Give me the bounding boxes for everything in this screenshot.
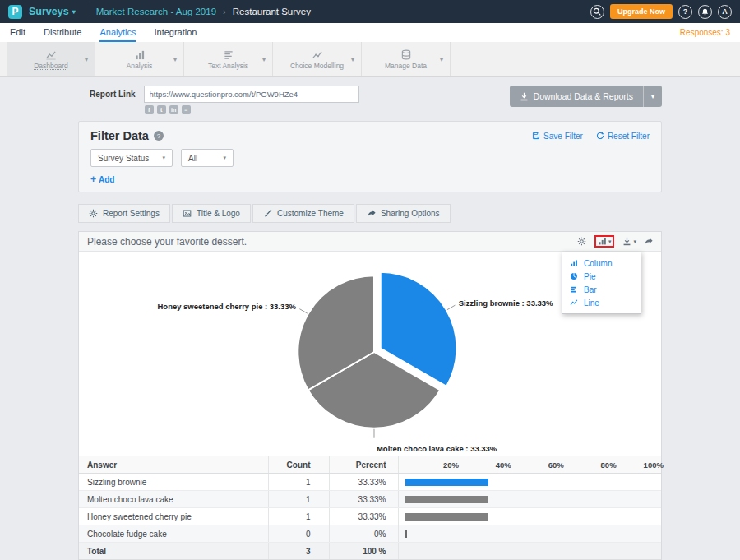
chevron-down-icon[interactable]: ▾ [351,56,354,63]
menu-item-line[interactable]: Line [562,296,641,309]
report-config-tabs: Report Settings Title & Logo Customize T… [78,204,662,223]
chart-type-button[interactable]: ▾ [594,235,615,248]
chevron-down-icon[interactable]: ▾ [262,56,266,63]
breadcrumb-folder-link[interactable]: Market Research - Aug 2019 [96,7,216,16]
pie-label-line [299,309,307,313]
report-link-group: f t in ≡ [144,86,359,114]
notifications-button[interactable] [698,5,712,19]
product-label: Surveys [29,6,69,17]
bar-cell [398,491,661,508]
tab-sharing-options[interactable]: Sharing Options [356,204,451,223]
search-button[interactable] [590,5,604,19]
tab-analysis[interactable]: Analysis ▾ [95,42,184,76]
menu-item-bar[interactable]: Bar [562,283,641,296]
reset-filter-link[interactable]: Reset Filter [596,132,650,141]
brush-icon [263,209,272,218]
menu-item-column[interactable]: Column [562,257,641,270]
download-chart-button[interactable]: ▾ [622,237,636,246]
gear-icon [89,209,98,218]
scale-label: 20% [443,460,459,470]
share-icons-row: f t in ≡ [144,105,359,114]
download-main[interactable]: Download Data & Reports [510,86,643,107]
tab-manage-data[interactable]: Manage Data ▾ [362,42,451,76]
chart-actions: ▾ ▾ [577,235,653,248]
chevron-down-icon[interactable]: ▾ [440,56,443,63]
tab-label: Dashboard [34,62,68,70]
menu-item-label: Column [584,259,612,268]
share-chart-button[interactable] [644,237,653,246]
linkedin-icon[interactable]: in [169,105,178,114]
plus-icon: + [90,174,96,185]
settings-gear-icon [577,237,586,246]
percent-cell: 33.33% [329,491,398,508]
tab-title-logo[interactable]: Title & Logo [172,204,251,223]
surveys-product-menu[interactable]: Surveys ▾ [29,6,76,17]
navbar-right: Upgrade Now ? A [590,4,732,19]
dashboard-chart-icon [45,49,57,60]
percent-cell: 0% [329,525,398,543]
menu-distribute[interactable]: Distribute [44,23,81,42]
table-row: Honey sweetened cherry pie133.33% [79,508,661,525]
help-button[interactable]: ? [678,5,692,19]
count-cell: 1 [268,508,329,525]
menu-analytics[interactable]: Analytics [99,23,136,42]
tab-report-settings[interactable]: Report Settings [78,204,170,223]
tab-dashboard[interactable]: Dashboard ▾ [7,42,95,76]
twitter-icon[interactable]: t [157,105,166,114]
save-filter-link[interactable]: Save Filter [532,132,583,141]
count-cell: 1 [268,474,329,491]
chevron-down-icon[interactable]: ▾ [85,56,88,63]
chart-type-icon [598,237,607,246]
tab-text-analysis[interactable]: Text Analysis ▾ [184,42,273,76]
pie-chart-area: Sizzling brownie : 33.33%Molten choco la… [79,252,661,456]
tab-customize-theme[interactable]: Customize Theme [252,204,354,223]
logo-letter: P [12,6,18,17]
filter-help-icon[interactable]: ? [154,131,164,141]
scale-label: 80% [601,460,617,470]
count-cell: 1 [268,491,329,508]
tab-label: Customize Theme [277,209,344,218]
status-value-select[interactable]: All ▾ [181,149,234,167]
scale-label: 40% [496,460,511,470]
download-options-caret[interactable]: ▾ [643,86,662,107]
header-count: Count [268,456,329,474]
chart-settings-button[interactable] [577,237,586,246]
chart-type-menu: Column Pie Bar Line [562,252,641,314]
total-label-cell: Total [79,543,268,560]
total-row: Total 3 100 % [79,543,661,560]
menu-edit[interactable]: Edit [10,23,25,42]
embed-list-icon[interactable]: ≡ [182,105,191,114]
result-bar [405,496,488,503]
divider [86,5,86,18]
database-icon [400,49,412,60]
choice-modelling-icon [312,49,323,60]
tab-choice-modelling[interactable]: Choice Modelling ▾ [273,42,362,76]
menu-item-pie[interactable]: Pie [562,270,641,283]
bar-cell [398,474,661,491]
header-answer: Answer [79,456,268,474]
pie-label: Molten choco lava cake : 33.33% [377,444,497,453]
chevron-down-icon: ▾ [215,155,226,161]
facebook-icon[interactable]: f [145,105,154,114]
filter-data-panel: Filter Data ? Save Filter Reset Filter S… [78,121,662,192]
filter-title: Filter Data [90,129,149,142]
header-scale: 20% 40% 60% 80% 100% [398,456,661,474]
menu-integration[interactable]: Integration [154,23,197,42]
report-link-input[interactable] [144,86,359,103]
text-analysis-icon [223,49,234,60]
download-data-reports-button[interactable]: Download Data & Reports ▾ [510,86,662,107]
questionpro-logo[interactable]: P [8,5,22,19]
tab-label: Text Analysis [208,62,248,70]
add-filter-link[interactable]: + Add [90,174,114,185]
breadcrumb-survey-name: Restaurant Survey [233,7,311,16]
survey-menu: Edit Distribute Analytics Integration Re… [0,23,740,42]
upgrade-now-button[interactable]: Upgrade Now [610,4,673,19]
column-chart-icon [570,259,578,267]
chevron-down-icon[interactable]: ▾ [173,56,177,63]
responses-count[interactable]: Responses: 3 [680,28,730,37]
count-cell: 0 [268,525,329,543]
survey-status-select[interactable]: Survey Status ▾ [90,149,173,167]
report-link-section: Report Link f t in ≡ Download Data & Rep… [78,86,662,114]
answer-cell: Chocolate fudge cake [79,525,268,543]
avatar[interactable]: A [718,5,732,19]
